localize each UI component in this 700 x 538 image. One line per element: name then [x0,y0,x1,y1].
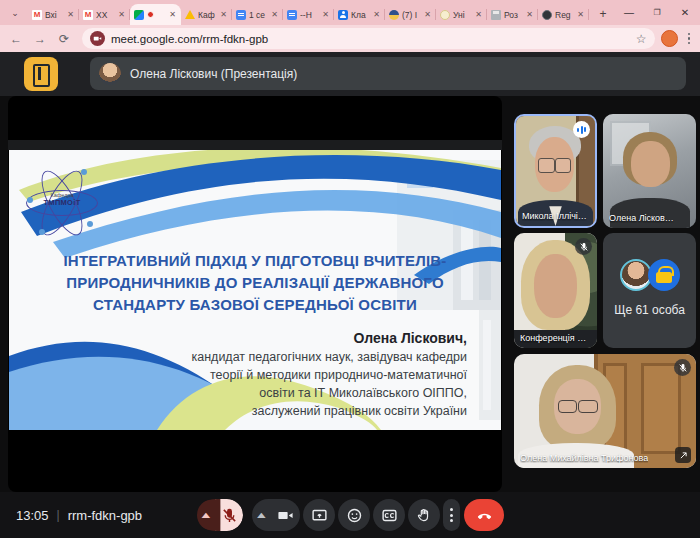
bookmark-star-icon[interactable]: ☆ [636,32,647,46]
tab-close-icon[interactable]: ✕ [270,10,279,19]
reload-button[interactable]: ⟳ [56,31,72,47]
docs-icon [287,10,297,20]
clock-time: 13:05 [16,508,49,523]
tab-contacts[interactable]: Кла ✕ [334,4,385,25]
tab-meet-active[interactable]: ✕ [130,4,181,25]
mic-control: ▲ [197,499,243,531]
browser-tab-strip: ⌄ M Вхі ✕ M ХХ ✕ ✕ Каф ✕ 1 се ✕ --Н ✕ Кл… [0,0,700,25]
presenter-avatar [99,63,121,85]
participant-video-1[interactable]: Микола Іллічі… [514,114,597,228]
tab-register[interactable]: Reg ✕ [538,4,589,25]
tab-label: ХХ [96,10,114,20]
tab-docs-2[interactable]: --Н ✕ [283,4,334,25]
slide-title: ІНТЕГРАТИВНИЙ ПІДХІД У ПІДГОТОВЦІ ВЧИТЕЛ… [21,250,489,316]
presenter-banner[interactable]: Олена Ліскович (Презентація) [90,57,686,90]
recording-indicator-icon [147,11,154,18]
contacts-icon [338,10,348,20]
gmail-icon: M [83,10,93,20]
participant-video-5[interactable]: Олена Михайлівна Трифонова [514,354,696,468]
tab-gmail-2[interactable]: M ХХ ✕ [79,4,130,25]
meet-top-strip: Олена Ліскович (Презентація) [0,52,700,96]
leave-call-button[interactable] [464,499,504,531]
tab-site-7[interactable]: (7) І ✕ [385,4,436,25]
url-text[interactable]: meet.google.com/rrm-fdkn-gpb [111,33,636,45]
site-icon [440,10,450,20]
tab-university[interactable]: Уні ✕ [436,4,487,25]
slide-author-block: Олена Ліскович, кандидат педагогічних на… [191,328,467,420]
tab-close-icon[interactable]: ✕ [66,10,75,19]
site-icon [389,10,399,20]
tab-gmail-inbox[interactable]: M Вхі ✕ [28,4,79,25]
locked-participant-avatar-lock-icon [648,259,680,291]
forward-button[interactable]: → [32,31,48,47]
tab-close-icon[interactable]: ✕ [168,10,177,19]
captions-button[interactable] [373,499,405,531]
participant-video-2[interactable]: Олена Ліскοв… [603,114,696,228]
browser-toolbar: ← → ⟳ meet.google.com/rrm-fdkn-gpb ☆ [0,25,700,52]
address-bar[interactable]: meet.google.com/rrm-fdkn-gpb ☆ [82,28,655,49]
more-participants-tile[interactable]: Ще 61 особа [603,233,696,348]
tab-label: Каф [198,10,216,20]
participant-avatar [620,259,652,291]
logo-text-main: ТМПМОіТ [23,198,101,207]
meet-site-icon [90,31,105,46]
tab-label: Reg [555,10,573,20]
tab-close-icon[interactable]: ✕ [321,10,330,19]
tab-label: Вхі [45,10,63,20]
present-screen-button[interactable] [303,499,335,531]
minimize-button[interactable]: — [622,7,636,18]
slide-title-line: СТАНДАРТУ БАЗОВОЇ СЕРЕДНЬОЇ ОСВІТИ [21,294,489,316]
tab-close-icon[interactable]: ✕ [474,10,483,19]
slide-title-line: ПРИРОДНИЧНИКІВ ДО РЕАЛІЗАЦІЇ ДЕРЖАВНОГО [21,272,489,294]
presentation-app-icon[interactable] [24,57,58,91]
new-tab-button[interactable]: + [595,6,611,22]
more-participants-label: Ще 61 особа [603,303,696,317]
speaking-indicator-icon [573,121,590,138]
maximize-button[interactable]: ❐ [650,8,664,17]
gmail-icon: M [32,10,42,20]
profile-avatar[interactable] [661,30,678,47]
tab-drive[interactable]: Каф ✕ [181,4,232,25]
close-window-button[interactable]: ✕ [678,7,692,18]
mic-muted-icon [575,238,592,255]
participant-video-3[interactable]: Конференція … [514,233,597,348]
tab-close-icon[interactable]: ✕ [576,10,585,19]
slide-author-line: кандидат педагогічних наук, завідувач ка… [191,348,467,366]
tab-close-icon[interactable]: ✕ [423,10,432,19]
tab-close-icon[interactable]: ✕ [117,10,126,19]
participant-figure [631,141,670,187]
presentation-stage[interactable]: Кафедра ТМПМОіТ ІНТЕГРАТИВНИЙ ПІДХІД У П… [8,96,502,492]
tab-label: (7) І [402,10,420,20]
mic-options-chevron-icon[interactable]: ▲ [197,499,220,531]
slide-author-line: заслужений працівник освіти України [191,402,467,420]
slide-author-line: освіти та ІТ Миколаївського ОІППО, [191,384,467,402]
participant-name-label: Олена Ліскοв… [609,213,674,223]
tab-close-icon[interactable]: ✕ [219,10,228,19]
camera-options-chevron-icon[interactable]: ▲ [252,499,277,531]
camera-control: ▲ [252,499,300,531]
tab-docs-1[interactable]: 1 се ✕ [232,4,283,25]
tab-close-icon[interactable]: ✕ [372,10,381,19]
browser-menu-icon[interactable] [686,31,693,47]
slide-title-line: ІНТЕГРАТИВНИЙ ПІДХІД У ПІДГОТОВЦІ ВЧИТЕЛ… [21,250,489,272]
tab-close-icon[interactable]: ✕ [525,10,534,19]
drive-icon [185,10,195,19]
reactions-button[interactable] [338,499,370,531]
back-button[interactable]: ← [8,31,24,47]
slide-author-line: теорії й методики природничо-математично… [191,366,467,384]
globe-icon [542,10,552,20]
participant-figure [538,158,571,171]
tab-label: 1 се [249,10,267,20]
stage-letterbox [8,140,502,150]
meta-separator: | [57,508,60,522]
more-options-button[interactable] [443,499,460,531]
raise-hand-button[interactable] [408,499,440,531]
tab-printout[interactable]: Роз ✕ [487,4,538,25]
tab-search-chevron-icon[interactable]: ⌄ [6,4,24,22]
participant-name-label: Олена Михайлівна Трифонова [520,453,648,463]
participant-figure [558,400,598,411]
mic-muted-icon [674,359,691,376]
picture-in-picture-icon[interactable] [675,447,691,463]
slide-author-name: Олена Ліскович, [191,328,467,348]
meet-control-bar: 13:05 | rrm-fdkn-gpb ▲ ▲ 66 [0,492,700,538]
